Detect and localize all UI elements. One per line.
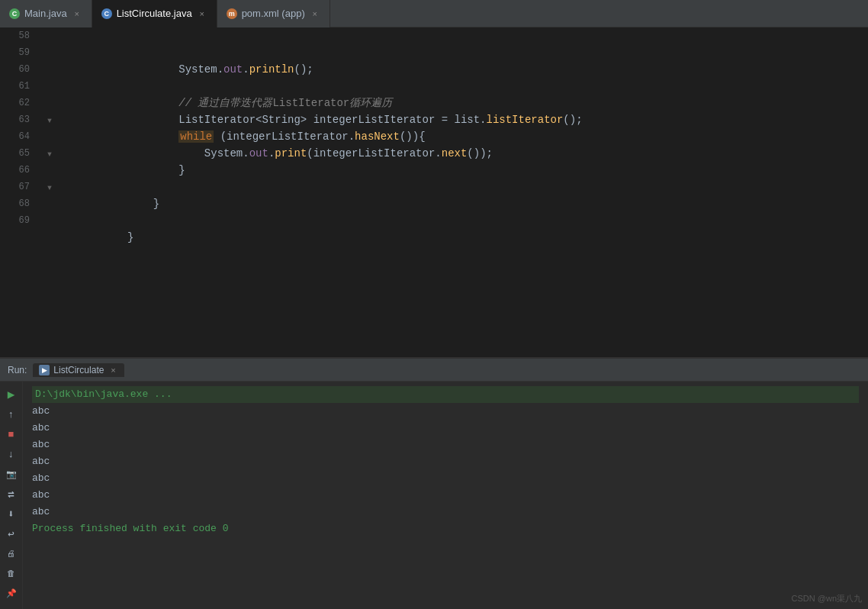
tab-pom-xml[interactable]: m pom.xml (app) × xyxy=(217,0,330,27)
output-line-2: abc xyxy=(32,420,859,437)
fold-62 xyxy=(42,95,57,111)
tab-icon-main: C xyxy=(9,8,20,19)
fold-67[interactable]: ▾ xyxy=(42,179,57,195)
output-line-5: abc xyxy=(32,470,859,487)
output-line-cmd: D:\jdk\bin\java.exe ... xyxy=(32,386,859,403)
run-panel: Run: ▶ ListCirculate × ▶ ↑ ■ ↓ 📷 ⇌ ⬇ ↩ 🖨… xyxy=(0,357,868,609)
code-line-67: } xyxy=(63,179,862,195)
tab-close-listcirculate[interactable]: × xyxy=(197,8,207,19)
line-num-69: 69 xyxy=(0,212,36,229)
line-num-66: 66 xyxy=(0,162,36,179)
output-line-3: abc xyxy=(32,437,859,453)
fold-64 xyxy=(42,128,57,145)
scroll-down-button[interactable]: ⬇ xyxy=(3,505,20,522)
output-line-1: abc xyxy=(32,403,859,420)
fold-69 xyxy=(42,212,57,229)
tab-bar: C Main.java × C ListCirculate.java × m p… xyxy=(0,0,868,27)
run-tab-name: ListCirculate xyxy=(53,365,104,375)
code-line-69: } xyxy=(63,212,862,229)
line-num-65: 65 xyxy=(0,145,36,162)
line-num-62: 62 xyxy=(0,95,36,111)
watermark: CSDN @wn渠八九 xyxy=(792,593,862,604)
play-button[interactable]: ▶ xyxy=(3,386,20,403)
output-line-exit: Process finished with exit code 0 xyxy=(32,520,859,537)
snapshot-button[interactable]: 📷 xyxy=(3,466,20,482)
fold-63[interactable]: ▾ xyxy=(42,111,57,128)
run-tab-listcirculate[interactable]: ▶ ListCirculate × xyxy=(33,363,124,377)
down-button[interactable]: ↓ xyxy=(3,446,20,462)
tab-main-java[interactable]: C Main.java × xyxy=(0,0,92,27)
fold-column: ▾ ▾ ▾ xyxy=(42,27,57,357)
code-line-59: System.out.println(); xyxy=(63,44,862,61)
code-line-58 xyxy=(63,27,862,44)
run-tab-close[interactable]: × xyxy=(108,365,118,375)
output-line-4: abc xyxy=(32,453,859,470)
fold-65[interactable]: ▾ xyxy=(42,145,57,162)
line-num-59: 59 xyxy=(0,44,36,61)
exit-button[interactable]: ↩ xyxy=(3,525,20,542)
wrap-button[interactable]: ⇌ xyxy=(3,485,20,502)
stop-button[interactable]: ■ xyxy=(3,426,20,443)
tab-icon-pom: m xyxy=(227,8,237,19)
run-tab-icon: ▶ xyxy=(39,365,50,375)
line-num-61: 61 xyxy=(0,78,36,95)
print-button[interactable]: 🖨 xyxy=(3,545,20,562)
tab-close-pom[interactable]: × xyxy=(310,8,320,19)
code-editor[interactable]: System.out.println(); // 通过自带迭代器ListIter… xyxy=(57,27,868,357)
code-line-61: // 通过自带迭代器ListIterator循环遍历 xyxy=(63,78,862,95)
run-label: Run: xyxy=(8,365,27,375)
fold-66 xyxy=(42,162,57,179)
pin-button[interactable]: 📌 xyxy=(3,585,20,601)
line-num-63: 63 xyxy=(0,111,36,128)
run-panel-header: Run: ▶ ListCirculate × xyxy=(0,359,868,382)
run-body: ▶ ↑ ■ ↓ 📷 ⇌ ⬇ ↩ 🖨 🗑 📌 D:\jdk\bin\java.ex… xyxy=(0,382,868,609)
fold-60 xyxy=(42,61,57,78)
trash-button[interactable]: 🗑 xyxy=(3,565,20,582)
line-numbers: 58 59 60 61 62 63 64 65 66 67 68 69 xyxy=(0,27,42,357)
run-sidebar: ▶ ↑ ■ ↓ 📷 ⇌ ⬇ ↩ 🖨 🗑 📌 xyxy=(0,382,23,609)
code-line-68 xyxy=(63,195,862,212)
run-output: D:\jdk\bin\java.exe ... abc abc abc abc … xyxy=(23,382,868,609)
tab-listcirculate-java[interactable]: C ListCirculate.java × xyxy=(92,0,217,27)
line-num-64: 64 xyxy=(0,128,36,145)
line-num-68: 68 xyxy=(0,195,36,212)
editor-area: 58 59 60 61 62 63 64 65 66 67 68 69 ▾ ▾ … xyxy=(0,27,868,357)
fold-61 xyxy=(42,78,57,95)
line-num-67: 67 xyxy=(0,179,36,195)
fold-68 xyxy=(42,195,57,212)
tab-icon-listcirculate: C xyxy=(101,8,112,19)
fold-58 xyxy=(42,27,57,44)
fold-59 xyxy=(42,44,57,61)
line-num-58: 58 xyxy=(0,27,36,44)
tab-label-main: Main.java xyxy=(24,8,67,19)
output-line-6: abc xyxy=(32,487,859,504)
output-line-7: abc xyxy=(32,504,859,520)
up-button[interactable]: ↑ xyxy=(3,406,20,423)
tab-close-main[interactable]: × xyxy=(72,8,82,19)
line-num-60: 60 xyxy=(0,61,36,78)
tab-label-listcirculate: ListCirculate.java xyxy=(117,8,192,19)
tab-label-pom: pom.xml (app) xyxy=(242,8,305,19)
